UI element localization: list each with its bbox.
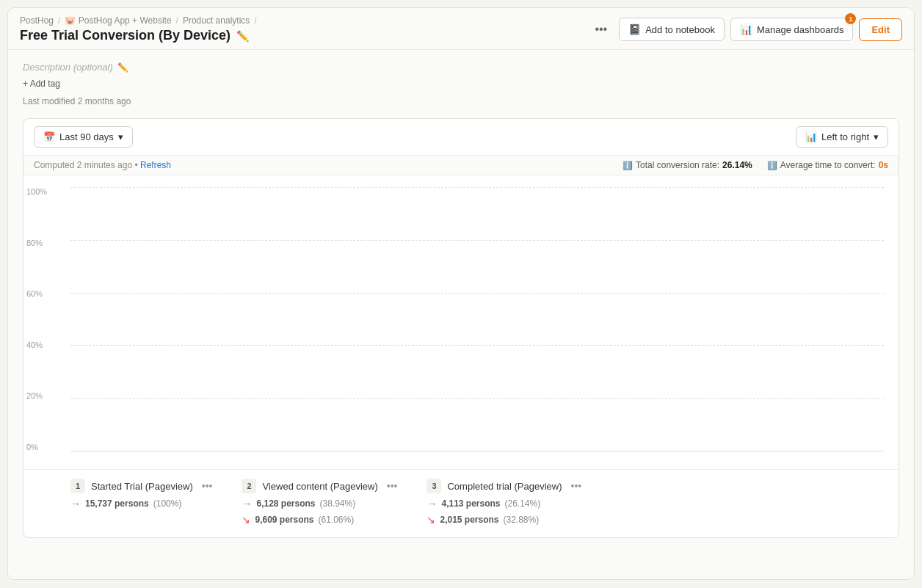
arrow-down-icon-2: ↘ [242,514,250,526]
dashboard-icon: 📊 [740,23,752,35]
step-name-2: Viewed content (Pageview) [262,481,377,492]
description-edit-icon[interactable]: ✏️ [117,62,128,73]
add-to-notebook-button[interactable]: 📓 Add to notebook [619,18,725,41]
computed-info: Computed 2 minutes ago • Refresh [34,160,171,170]
bars-wrapper [70,187,884,451]
arrow-right-icon-2: → [242,498,252,509]
breadcrumb-sep1: / [58,15,60,26]
dropped-persons-3: 2,015 persons [440,515,498,525]
arrow-down-icon-3: ↘ [426,514,435,526]
direction-button[interactable]: 📊 Left to right ▾ [796,126,888,148]
manage-dashboards-label: Manage dashboards [757,24,844,35]
notification-badge: 1 [845,13,856,24]
arrow-right-icon-3: → [426,498,437,509]
legend-stat-converted-2: → 6,128 persons (38.94%) [242,498,397,509]
edit-button[interactable]: Edit [859,18,902,41]
avg-time-label: Average time to convert: [780,160,876,170]
info-icon-conversion: ℹ️ [622,161,633,170]
step-num-1: 1 [70,479,85,493]
step-options-1[interactable]: ••• [202,480,213,492]
computed-text: Computed 2 minutes ago [34,160,132,170]
total-conversion-stat: ℹ️ Total conversion rate: 26.14% [622,160,752,170]
calendar-icon: 📅 [43,131,55,142]
breadcrumb-section[interactable]: Product analytics [183,15,250,26]
legend-header-2: 2 Viewed content (Pageview) ••• [242,479,397,493]
legend-area: 1 Started Trial (Pageview) ••• → 15,737 … [23,469,899,537]
chart-info-row: Computed 2 minutes ago • Refresh ℹ️ Tota… [23,156,899,175]
chevron-down-icon-direction: ▾ [874,131,879,142]
y-label-20: 20% [26,391,53,400]
legend-stat-converted-3: → 4,113 persons (26.14%) [426,498,581,509]
avg-time-stat: ℹ️ Average time to convert: 0s [767,160,888,170]
info-icon-time: ℹ️ [767,161,777,170]
dropped-pct-2: (61.06%) [319,515,355,525]
y-axis-labels: 100% 80% 60% 40% 20% 0% [23,187,56,451]
step-num-2: 2 [242,479,256,493]
body-section: Description (optional) ✏️ + Add tag Last… [8,50,914,579]
breadcrumb-org[interactable]: PostHog [20,15,54,26]
funnel-area: 100% 80% 60% 40% 20% 0% [23,175,899,469]
legend-stat-converted-1: → 15,737 persons (100%) [70,498,212,509]
y-label-0: 0% [26,443,53,451]
bar-chart-icon: 📊 [805,131,817,142]
legend-header-1: 1 Started Trial (Pageview) ••• [70,479,212,493]
add-to-notebook-label: Add to notebook [645,24,715,35]
description-row: Description (optional) ✏️ [23,62,899,73]
y-label-40: 40% [26,341,53,349]
date-filter-label: Last 90 days [59,131,114,142]
manage-dashboards-wrapper: 📊 Manage dashboards 1 [730,18,854,41]
y-label-60: 60% [26,289,53,298]
add-tag-label[interactable]: + Add tag [23,79,60,89]
header-actions: ••• 📓 Add to notebook 📊 Manage dashboard… [589,18,902,41]
avg-time-value: 0s [879,160,888,170]
breadcrumb-sep2: / [176,15,178,26]
manage-dashboards-button[interactable]: 📊 Manage dashboards [730,18,854,41]
y-label-100: 100% [26,187,53,196]
legend-header-3: 3 Completed trial (Pageview) ••• [426,479,581,493]
converted-persons-3: 4,113 persons [441,498,500,509]
legend-stat-dropped-3: ↘ 2,015 persons (32.88%) [426,514,581,526]
breadcrumb-sep3: / [254,15,256,26]
legend-group-3: 3 Completed trial (Pageview) ••• → 4,113… [426,479,581,526]
step-num-3: 3 [426,479,441,493]
page-title: Free Trial Conversion (By Device) [20,28,230,43]
main-container: PostHog / 🐷 PostHog App + Website / Prod… [7,7,915,580]
converted-persons-2: 6,128 persons [256,498,315,509]
converted-pct-3: (26.14%) [505,498,541,509]
step-options-2[interactable]: ••• [387,480,398,492]
description-text: Description (optional) [23,62,113,73]
y-label-80: 80% [26,239,53,247]
chart-grid-area [70,187,884,451]
converted-persons-1: 15,737 persons [85,498,149,509]
breadcrumb: PostHog / 🐷 PostHog App + Website / Prod… [20,15,257,26]
last-modified: Last modified 2 months ago [23,96,899,106]
converted-pct-2: (38.94%) [320,498,356,509]
legend-group-1: 1 Started Trial (Pageview) ••• → 15,737 … [70,479,212,526]
dropped-persons-2: 9,609 persons [255,515,313,525]
arrow-right-icon-1: → [70,498,81,509]
refresh-link[interactable]: Refresh [140,160,171,170]
step-name-1: Started Trial (Pageview) [91,481,193,492]
step-options-3[interactable]: ••• [571,480,582,492]
page-title-row: Free Trial Conversion (By Device) ✏️ [20,28,257,43]
chevron-down-icon: ▾ [118,131,123,142]
title-edit-icon[interactable]: ✏️ [236,30,249,42]
breadcrumb-section: PostHog / 🐷 PostHog App + Website / Prod… [20,15,257,43]
dropped-pct-3: (32.88%) [504,515,540,525]
total-conversion-label: Total conversion rate: [636,160,719,170]
direction-label: Left to right [821,131,869,142]
notebook-icon: 📓 [628,23,641,35]
total-conversion-value: 26.14% [722,160,752,170]
more-options-button[interactable]: ••• [589,20,613,39]
legend-stat-dropped-2: ↘ 9,609 persons (61.06%) [242,514,397,526]
top-header: PostHog / 🐷 PostHog App + Website / Prod… [8,8,914,50]
converted-pct-1: (100%) [153,498,182,509]
chart-toolbar: 📅 Last 90 days ▾ 📊 Left to right ▾ [23,119,899,156]
step-name-3: Completed trial (Pageview) [447,481,562,492]
date-filter-button[interactable]: 📅 Last 90 days ▾ [34,126,133,148]
stats-row: ℹ️ Total conversion rate: 26.14% ℹ️ Aver… [622,160,888,170]
chart-container: 📅 Last 90 days ▾ 📊 Left to right ▾ Compu… [23,118,899,538]
add-tag-row[interactable]: + Add tag [23,79,899,89]
breadcrumb-project[interactable]: 🐷 PostHog App + Website [65,15,171,26]
legend-group-2: 2 Viewed content (Pageview) ••• → 6,128 … [242,479,397,526]
